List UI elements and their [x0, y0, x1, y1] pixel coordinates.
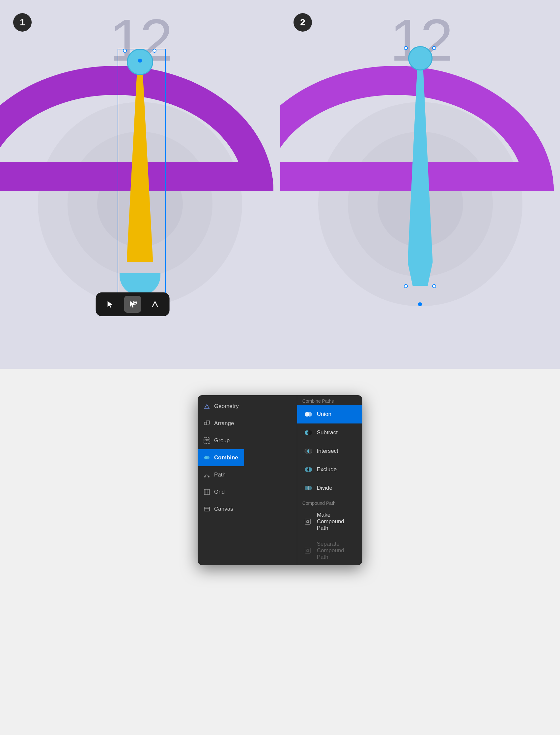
canvas-icon [203, 505, 211, 513]
sidebar-item-arrange[interactable]: Arrange [198, 415, 244, 432]
path-tool-button[interactable] [146, 296, 163, 313]
sel-handle-tr [153, 49, 156, 53]
path-icon [203, 471, 211, 479]
submenu-union[interactable]: Union [297, 405, 362, 423]
svg-rect-39 [307, 550, 309, 551]
svg-rect-9 [207, 439, 209, 441]
svg-point-13 [208, 476, 210, 477]
arrange-icon [203, 419, 211, 427]
svg-rect-8 [205, 439, 207, 441]
svg-marker-0 [107, 301, 112, 308]
group-icon [203, 437, 211, 444]
compound-path-header: Compound Path [297, 497, 362, 507]
selection-box [118, 49, 166, 311]
svg-rect-37 [307, 521, 309, 523]
step-badge-1: 1 [13, 13, 32, 32]
submenu-subtract[interactable]: Subtract [297, 423, 362, 442]
geometry-icon [203, 402, 211, 410]
canvas-panel-right: 2 12 [280, 0, 560, 369]
svg-point-24 [307, 430, 312, 435]
svg-point-11 [206, 456, 210, 459]
select-tool-button[interactable] [101, 296, 119, 313]
svg-rect-18 [204, 489, 210, 495]
svg-rect-36 [305, 519, 310, 524]
svg-point-34 [307, 486, 312, 490]
direct-select-button[interactable] [124, 296, 141, 313]
svg-rect-19 [204, 507, 210, 511]
rsel-bc [418, 302, 422, 306]
menu-container: Geometry Arrange [198, 395, 362, 565]
combine-icon [203, 454, 211, 462]
submenu-divide[interactable]: Divide [297, 479, 362, 497]
step-badge-2: 2 [294, 13, 312, 32]
rsel-br [432, 284, 436, 288]
sidebar-item-geometry[interactable]: Geometry [198, 398, 244, 415]
svg-point-12 [204, 476, 206, 477]
canvas-panel-left: 1 12 [0, 0, 280, 369]
sidebar-item-canvas[interactable]: Canvas [198, 500, 244, 518]
svg-point-22 [307, 412, 312, 416]
svg-rect-5 [204, 422, 207, 425]
submenu-intersect[interactable]: Intersect [297, 442, 362, 460]
submenu-separate-compound[interactable]: Separate Compound Path [297, 536, 362, 565]
submenu-exclude[interactable]: Exclude [297, 460, 362, 479]
sidebar-item-grid[interactable]: Grid [198, 483, 244, 500]
menu-sidebar: Geometry Arrange [198, 395, 244, 565]
sidebar-item-combine[interactable]: Combine [198, 449, 244, 466]
menu-area: Geometry Arrange [0, 369, 560, 735]
toolbar [96, 293, 169, 316]
grid-icon [203, 488, 211, 496]
menu-content: Combine Paths Union Subtract [297, 395, 362, 565]
context-menu: Geometry Arrange [198, 395, 362, 565]
rsel-bl [404, 284, 408, 288]
sidebar-item-path[interactable]: Path [198, 466, 244, 483]
rsel-tl [404, 46, 408, 50]
canvas-area: 1 12 [0, 0, 560, 369]
rsel-tr [432, 46, 436, 50]
sel-handle-tl [123, 49, 127, 53]
hand-top-circle-right [408, 46, 433, 71]
sel-handle-center-top [138, 59, 142, 63]
sidebar-item-group[interactable]: Group [198, 432, 244, 449]
svg-rect-38 [305, 548, 310, 553]
combine-paths-header: Combine Paths [297, 395, 362, 405]
submenu-make-compound[interactable]: Make Compound Path [297, 507, 362, 536]
